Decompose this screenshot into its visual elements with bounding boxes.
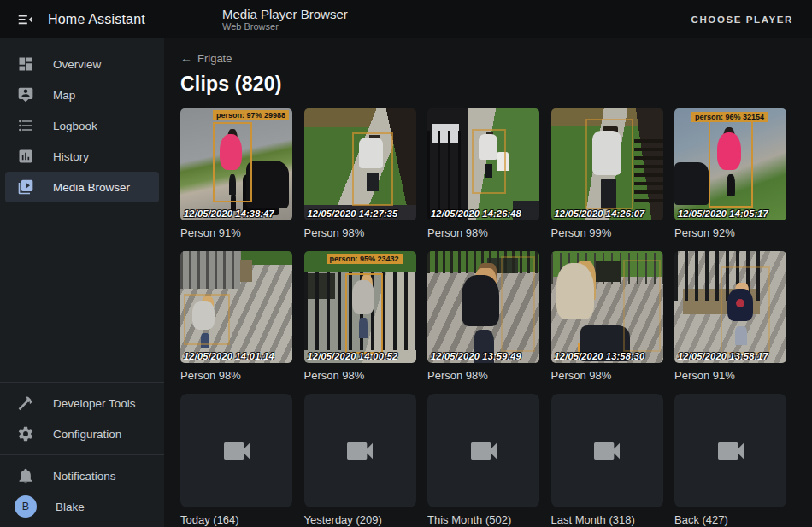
detection-bbox bbox=[472, 129, 506, 194]
clip-thumbnail[interactable]: person: 97% 2998812/05/2020 14:38:47 bbox=[180, 108, 292, 220]
folder-label: This Month (502) bbox=[427, 513, 539, 527]
clip-timestamp: 12/05/2020 14:01:14 bbox=[184, 351, 274, 361]
clip-timestamp: 12/05/2020 14:38:47 bbox=[184, 208, 274, 219]
sidebar-nav-tools: Developer ToolsConfiguration bbox=[0, 388, 164, 449]
sidebar-item-overview[interactable]: Overview bbox=[5, 49, 159, 79]
detection-bbox bbox=[709, 120, 753, 208]
clip-caption: Person 98% bbox=[551, 369, 663, 383]
sidebar-item-notifications[interactable]: Notifications bbox=[5, 460, 159, 491]
clip-card[interactable]: 12/05/2020 14:27:35Person 98% bbox=[304, 108, 416, 240]
videocam-icon bbox=[590, 434, 624, 468]
gear-icon bbox=[17, 425, 34, 442]
sidebar-item-logbook[interactable]: Logbook bbox=[5, 110, 159, 141]
detection-bbox bbox=[721, 266, 770, 354]
sidebar-item-label: History bbox=[53, 150, 89, 163]
detection-bbox bbox=[352, 132, 393, 206]
sidebar-item-label: Map bbox=[53, 89, 75, 102]
folder-card[interactable]: Last Month (318) bbox=[551, 394, 663, 527]
folder-thumbnail[interactable] bbox=[674, 394, 786, 507]
sidebar-item-history[interactable]: History bbox=[5, 141, 159, 172]
folder-card[interactable]: This Month (502) bbox=[427, 394, 539, 527]
detection-label: person: 95% 23432 bbox=[327, 254, 403, 264]
clip-caption: Person 92% bbox=[674, 226, 786, 240]
clip-thumbnail[interactable]: person: 95% 2343212/05/2020 14:00:52 bbox=[304, 251, 416, 363]
detection-bbox bbox=[585, 119, 633, 209]
clip-thumbnail[interactable]: 12/05/2020 14:27:35 bbox=[304, 108, 416, 220]
clip-timestamp: 12/05/2020 14:00:52 bbox=[308, 351, 398, 361]
folder-thumbnail[interactable] bbox=[304, 394, 416, 507]
clip-card[interactable]: 12/05/2020 14:01:14Person 98% bbox=[180, 251, 292, 383]
folder-thumbnail[interactable] bbox=[180, 394, 292, 507]
sidebar-toggle-icon[interactable] bbox=[15, 9, 36, 30]
clip-caption: Person 91% bbox=[180, 226, 292, 240]
folder-card[interactable]: Today (164) bbox=[180, 394, 292, 527]
clip-timestamp: 12/05/2020 14:26:48 bbox=[431, 208, 521, 219]
folder-card[interactable]: Back (427) bbox=[674, 394, 786, 527]
clip-thumbnail[interactable]: 12/05/2020 14:26:07 bbox=[551, 108, 663, 220]
detection-label: person: 96% 32154 bbox=[691, 112, 768, 122]
sidebar-header: Home Assistant bbox=[0, 9, 164, 30]
sidebar: OverviewMapLogbookHistoryMedia Browser D… bbox=[0, 38, 164, 527]
sidebar-item-label: Overview bbox=[53, 58, 101, 71]
sidebar-item-configuration[interactable]: Configuration bbox=[5, 419, 159, 449]
folder-thumbnail[interactable] bbox=[551, 394, 663, 507]
clip-thumbnail[interactable]: 12/05/2020 14:01:14 bbox=[180, 251, 292, 363]
sidebar-item-label: Notifications bbox=[53, 470, 116, 483]
sidebar-item-label: Developer Tools bbox=[53, 397, 136, 410]
sidebar-nav-main: OverviewMapLogbookHistoryMedia Browser bbox=[0, 49, 164, 202]
clip-card[interactable]: 12/05/2020 13:58:17Person 91% bbox=[674, 251, 786, 383]
clip-thumbnail[interactable]: 12/05/2020 13:59:49 bbox=[427, 251, 539, 363]
clip-card[interactable]: 12/05/2020 14:26:48Person 98% bbox=[427, 108, 539, 240]
breadcrumb-label: Frigate bbox=[197, 52, 232, 65]
app-title: Home Assistant bbox=[48, 12, 145, 27]
detection-bbox bbox=[345, 273, 383, 354]
back-arrow-icon: ← bbox=[180, 53, 192, 64]
clip-timestamp: 12/05/2020 14:26:07 bbox=[555, 208, 645, 219]
folder-card[interactable]: Yesterday (209) bbox=[304, 394, 416, 527]
clip-caption: Person 91% bbox=[674, 369, 786, 383]
clip-timestamp: 12/05/2020 13:58:30 bbox=[555, 351, 645, 361]
folder-thumbnail[interactable] bbox=[427, 394, 539, 507]
sidebar-item-developer-tools[interactable]: Developer Tools bbox=[5, 388, 159, 419]
detection-label: person: 97% 29988 bbox=[213, 110, 289, 120]
media-grid: person: 97% 2998812/05/2020 14:38:47Pers… bbox=[180, 108, 812, 527]
videocam-icon bbox=[467, 434, 501, 468]
list-bulleted-icon bbox=[17, 117, 34, 134]
videocam-icon bbox=[220, 434, 254, 468]
sidebar-item-label: Configuration bbox=[53, 428, 121, 441]
clip-thumbnail[interactable]: 12/05/2020 13:58:17 bbox=[674, 251, 786, 363]
tooltip-account-icon bbox=[17, 86, 34, 103]
chart-box-icon bbox=[17, 148, 34, 165]
sidebar-divider bbox=[0, 454, 164, 455]
clip-timestamp: 12/05/2020 14:05:17 bbox=[678, 208, 768, 219]
detection-bbox bbox=[623, 260, 661, 352]
clip-card[interactable]: person: 96% 3215412/05/2020 14:05:17Pers… bbox=[674, 108, 786, 240]
breadcrumb-back[interactable]: ← Frigate bbox=[180, 52, 232, 65]
sidebar-item-map[interactable]: Map bbox=[5, 79, 159, 110]
play-box-multiple-icon bbox=[17, 179, 34, 196]
clip-caption: Person 99% bbox=[551, 226, 663, 240]
clip-card[interactable]: person: 97% 2998812/05/2020 14:38:47Pers… bbox=[180, 108, 292, 240]
clip-timestamp: 12/05/2020 13:59:49 bbox=[431, 351, 521, 361]
sidebar-item-media-browser[interactable]: Media Browser bbox=[5, 172, 159, 202]
media-player-title: Media Player Browser bbox=[222, 7, 348, 21]
clip-thumbnail[interactable]: 12/05/2020 13:58:30 bbox=[551, 251, 663, 363]
media-browser-content: ← Frigate Clips (820) person: 97% 299881… bbox=[164, 38, 812, 527]
avatar: B bbox=[15, 495, 37, 518]
detection-bbox bbox=[184, 294, 230, 345]
clip-caption: Person 98% bbox=[180, 369, 292, 383]
clip-thumbnail[interactable]: 12/05/2020 14:26:48 bbox=[427, 108, 539, 220]
sidebar-item-label: Media Browser bbox=[53, 181, 130, 194]
view-dashboard-icon bbox=[17, 56, 34, 73]
detection-bbox bbox=[213, 122, 252, 202]
clip-thumbnail[interactable]: person: 96% 3215412/05/2020 14:05:17 bbox=[674, 108, 786, 220]
clip-card[interactable]: 12/05/2020 13:58:30Person 98% bbox=[551, 251, 663, 383]
videocam-icon bbox=[343, 434, 377, 468]
clip-caption: Person 98% bbox=[304, 369, 416, 383]
choose-player-button[interactable]: CHOOSE PLAYER bbox=[685, 9, 800, 30]
sidebar-divider bbox=[0, 382, 164, 383]
clip-card[interactable]: 12/05/2020 13:59:49Person 98% bbox=[427, 251, 539, 383]
clip-card[interactable]: 12/05/2020 14:26:07Person 99% bbox=[551, 108, 663, 240]
clip-card[interactable]: person: 95% 2343212/05/2020 14:00:52Pers… bbox=[304, 251, 416, 383]
sidebar-item-profile[interactable]: B Blake bbox=[5, 491, 159, 522]
